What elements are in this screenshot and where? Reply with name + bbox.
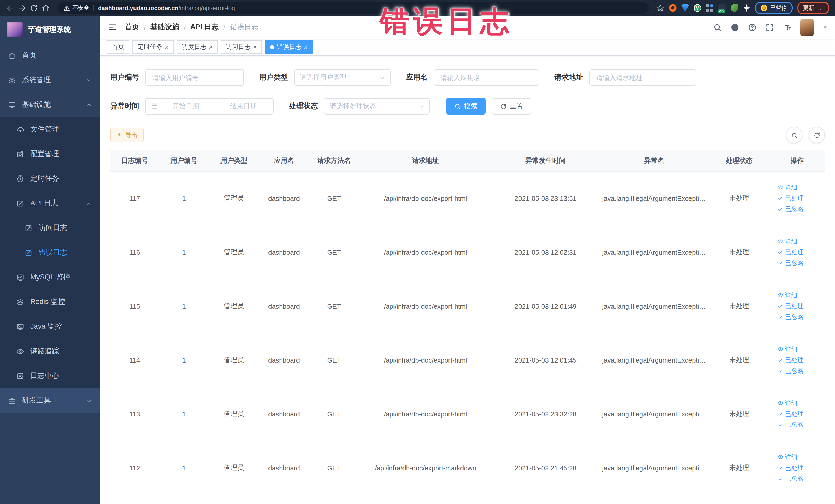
action-detail-link[interactable]: 详细 bbox=[777, 345, 797, 354]
action-ignored-link[interactable]: 已忽略 bbox=[777, 259, 804, 267]
sidebar-item-api-log[interactable]: API 日志 bbox=[0, 191, 100, 216]
browser-reload-icon[interactable] bbox=[30, 4, 38, 12]
sidebar-item-infrastructure[interactable]: 基础设施 bbox=[0, 93, 100, 117]
user-type-select[interactable]: 请选择用户类型 bbox=[294, 69, 391, 86]
browser-home-icon[interactable] bbox=[42, 4, 50, 12]
close-icon[interactable]: × bbox=[304, 44, 307, 50]
action-processed-link[interactable]: 已处理 bbox=[777, 302, 804, 310]
extension-shield-icon[interactable] bbox=[681, 4, 689, 12]
table-row[interactable]: 1131管理员dashboardGET/api/infra/db-doc/exp… bbox=[110, 387, 825, 441]
action-detail-link[interactable]: 详细 bbox=[777, 291, 797, 300]
browser-back-icon[interactable] bbox=[6, 4, 14, 12]
table-row[interactable]: 1151管理员dashboardGET/api/infra/db-doc/exp… bbox=[110, 279, 825, 333]
github-icon[interactable] bbox=[731, 23, 739, 32]
sidebar-item-error-log[interactable]: 错误日志 bbox=[0, 240, 100, 265]
sidebar-item-file-mgmt[interactable]: 文件管理 bbox=[0, 117, 100, 142]
action-ignored-link[interactable]: 已忽略 bbox=[777, 205, 804, 213]
sidebar-item-label: 访问日志 bbox=[39, 223, 92, 233]
bookmark-star-icon[interactable] bbox=[657, 4, 664, 12]
action-ignored-link[interactable]: 已忽略 bbox=[777, 474, 804, 483]
user-avatar[interactable] bbox=[800, 19, 814, 36]
filter-item-request-url: 请求地址 bbox=[554, 69, 696, 86]
search-button[interactable]: 搜索 bbox=[446, 98, 486, 115]
security-badge[interactable]: 不安全 bbox=[64, 4, 89, 12]
extension-grid-icon[interactable] bbox=[706, 4, 714, 12]
action-detail-link[interactable]: 详细 bbox=[777, 183, 797, 192]
user-id-input[interactable] bbox=[145, 69, 244, 86]
action-ignored-link[interactable]: 已忽略 bbox=[777, 366, 804, 375]
app-name-input[interactable] bbox=[434, 69, 539, 86]
font-size-icon[interactable] bbox=[783, 23, 792, 32]
date-range-picker[interactable]: 开始日期 - 结束日期 bbox=[145, 98, 273, 115]
app-name-field[interactable] bbox=[440, 73, 533, 82]
reset-button[interactable]: 重置 bbox=[492, 98, 531, 115]
fullscreen-icon[interactable] bbox=[766, 23, 774, 32]
extension-on-badge-icon[interactable]: on bbox=[718, 4, 726, 12]
user-id-field[interactable] bbox=[151, 73, 238, 82]
close-icon[interactable]: × bbox=[209, 44, 212, 50]
cell-actions: 详细已处理已忽略 bbox=[769, 387, 825, 441]
action-processed-link[interactable]: 已处理 bbox=[777, 194, 804, 203]
extension-leaf-icon[interactable] bbox=[731, 4, 738, 12]
action-detail-link[interactable]: 详细 bbox=[777, 237, 797, 246]
sidebar-item-home[interactable]: 首页 bbox=[0, 43, 100, 68]
table-row[interactable]: 1121管理员dashboardGET/api/infra/db-doc/exp… bbox=[110, 441, 825, 495]
sidebar-item-mysql-monitor[interactable]: MySQL 监控 bbox=[0, 265, 100, 289]
extension-pinwheel-icon[interactable] bbox=[743, 4, 751, 12]
table-row[interactable]: 1161管理员dashboardGET/api/infra/db-doc/exp… bbox=[110, 225, 825, 279]
sidebar-item-config-mgmt[interactable]: 配置管理 bbox=[0, 142, 100, 166]
action-ignored-link[interactable]: 已忽略 bbox=[777, 420, 804, 429]
address-bar[interactable]: 不安全 dashboard.yudao.iocoder.cn/infra/log… bbox=[58, 2, 649, 14]
close-icon[interactable]: × bbox=[165, 44, 168, 50]
action-processed-link[interactable]: 已处理 bbox=[777, 463, 804, 472]
browser-update-button[interactable]: 更新 ⋮ bbox=[797, 2, 829, 14]
action-ignored-link[interactable]: 已忽略 bbox=[777, 313, 804, 321]
sidebar-item-dev-tools[interactable]: 研发工具 bbox=[0, 388, 100, 413]
table-row[interactable]: 1141管理员dashboardGET/api/infra/db-doc/exp… bbox=[110, 333, 825, 387]
sidebar-toggle-icon[interactable] bbox=[108, 23, 117, 32]
close-icon[interactable]: × bbox=[253, 44, 257, 50]
sidebar-item-access-log[interactable]: 访问日志 bbox=[0, 216, 100, 240]
table-row[interactable]: 1171管理员dashboardGET/api/infra/db-doc/exp… bbox=[110, 171, 825, 225]
cell-exception: java.lang.IllegalArgumentException bbox=[599, 387, 709, 441]
sidebar-item-log-center[interactable]: 日志中心 bbox=[0, 364, 100, 388]
extension-orange-icon[interactable] bbox=[669, 4, 677, 12]
action-processed-link[interactable]: 已处理 bbox=[777, 356, 804, 364]
help-icon[interactable] bbox=[748, 23, 757, 32]
request-url-input[interactable] bbox=[589, 69, 696, 86]
filter-row-2: 异常时间 开始日期 - 结束日期 处理状态 请选择处理状态 bbox=[110, 98, 825, 115]
extension-paused-badge[interactable]: ☺ 已暂停 bbox=[755, 2, 793, 14]
action-processed-link[interactable]: 已处理 bbox=[777, 409, 804, 418]
breadcrumb-infrastructure[interactable]: 基础设施 bbox=[150, 23, 179, 32]
status-select[interactable]: 请选择处理状态 bbox=[324, 98, 430, 115]
tab-error-log[interactable]: 错误日志× bbox=[265, 40, 313, 54]
tab-home[interactable]: 首页 bbox=[107, 40, 129, 54]
avatar-caret-down-icon[interactable]: ▼ bbox=[822, 24, 828, 30]
browser-forward-icon[interactable] bbox=[18, 4, 26, 12]
sidebar-item-redis-monitor[interactable]: Redis 监控 bbox=[0, 289, 100, 314]
action-processed-link[interactable]: 已处理 bbox=[777, 248, 804, 257]
top-navbar: 首页 / 基础设施 / API 日志 / 错误日志 ▼ bbox=[100, 16, 835, 39]
sidebar-item-system-mgmt[interactable]: 系统管理 bbox=[0, 68, 100, 93]
browser-menu-dots-icon[interactable]: ⋮ bbox=[818, 5, 823, 11]
tab-access-log[interactable]: 访问日志× bbox=[221, 40, 262, 54]
chevron-up-icon bbox=[86, 102, 92, 107]
action-detail-link[interactable]: 详细 bbox=[777, 452, 797, 461]
breadcrumb-api-log[interactable]: API 日志 bbox=[190, 23, 219, 32]
action-detail-link[interactable]: 详细 bbox=[777, 399, 797, 407]
toggle-search-button[interactable] bbox=[786, 127, 802, 143]
sidebar-item-label: 配置管理 bbox=[30, 149, 92, 159]
extension-v-icon[interactable]: V bbox=[694, 4, 701, 12]
sidebar-item-java-monitor[interactable]: Java 监控 bbox=[0, 314, 100, 339]
sidebar-item-scheduled-tasks[interactable]: 定时任务 bbox=[0, 166, 100, 191]
request-url-field[interactable] bbox=[595, 73, 691, 82]
app-logo[interactable]: 芋道管理系统 bbox=[0, 16, 100, 43]
refresh-table-button[interactable] bbox=[809, 127, 825, 143]
search-icon[interactable] bbox=[713, 23, 722, 32]
tab-schedule-log[interactable]: 调度日志× bbox=[177, 40, 218, 54]
logo-image bbox=[7, 22, 23, 38]
breadcrumb-home[interactable]: 首页 bbox=[125, 23, 139, 32]
export-button[interactable]: 导出 bbox=[110, 128, 144, 142]
sidebar-item-tracing[interactable]: 链路追踪 bbox=[0, 339, 100, 364]
tab-scheduled-tasks[interactable]: 定时任务× bbox=[133, 40, 174, 54]
